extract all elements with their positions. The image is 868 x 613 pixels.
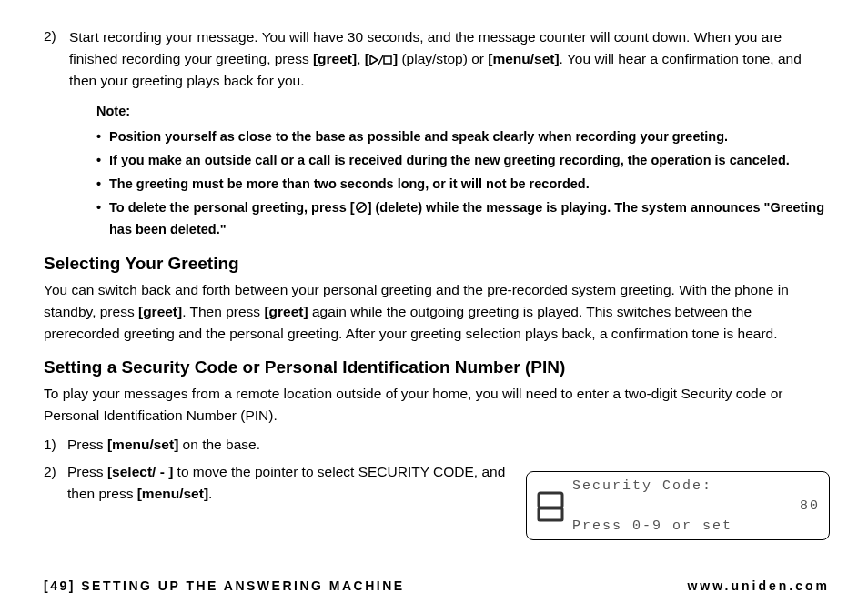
svg-rect-5 <box>539 508 562 520</box>
greet-key: [greet] <box>264 304 308 319</box>
note-item: The greeting must be more than two secon… <box>96 174 830 196</box>
footer-left: [49] SETTING UP THE ANSWERING MACHINE <box>44 578 405 593</box>
step-1: 1) Press [menu/set] on the base. <box>44 434 830 456</box>
text: (play/stop) or <box>398 51 488 66</box>
paragraph: You can switch back and forth between yo… <box>44 279 830 345</box>
text: on the base. <box>178 437 260 452</box>
greet-key: [greet] <box>138 304 182 319</box>
step-2: 2) Start recording your message. You wil… <box>44 25 830 92</box>
footer-url: www.uniden.com <box>687 578 830 593</box>
text: To delete the personal greeting, press [ <box>109 200 355 215</box>
lcd-line-2: 80 <box>572 497 820 517</box>
menuset-key: [menu/set] <box>107 437 178 452</box>
text: . Then press <box>182 304 264 319</box>
lcd-line-3: Press 0-9 or set <box>572 517 820 537</box>
play-stop-icon <box>369 55 393 65</box>
greet-key: [greet] <box>313 51 357 66</box>
heading-selecting-greeting: Selecting Your Greeting <box>44 254 830 274</box>
select-key: [select/ - ] <box>107 464 173 479</box>
svg-rect-4 <box>539 493 562 507</box>
heading-security-code: Setting a Security Code or Personal Iden… <box>44 357 830 377</box>
text: Press <box>67 464 107 479</box>
paragraph: To play your messages from a remote loca… <box>44 383 830 427</box>
lcd-lines: Security Code: 80 Press 0-9 or set <box>572 477 820 536</box>
svg-line-3 <box>358 204 365 211</box>
page-footer: [49] SETTING UP THE ANSWERING MACHINE ww… <box>44 578 830 593</box>
note-item: To delete the personal greeting, press [… <box>96 197 830 241</box>
svg-rect-1 <box>384 56 391 64</box>
lcd-display: Security Code: 80 Press 0-9 or set <box>526 471 830 540</box>
step-number: 1) <box>44 434 67 456</box>
note-list: Position yourself as close to the base a… <box>96 126 830 241</box>
menuset-key: [menu/set] <box>488 51 559 66</box>
svg-line-0 <box>378 55 383 65</box>
delete-icon <box>355 201 368 214</box>
text: Press <box>67 437 107 452</box>
step-text: Press [select/ - ] to move the pointer t… <box>67 461 531 505</box>
manual-page: 2) Start recording your message. You wil… <box>0 0 868 613</box>
text: , <box>357 51 365 66</box>
step-text: Press [menu/set] on the base. <box>67 434 531 456</box>
note-item: Position yourself as close to the base a… <box>96 126 830 148</box>
note-title: Note: <box>96 101 830 123</box>
note-block: Note: Position yourself as close to the … <box>96 101 830 241</box>
text: . <box>208 486 212 501</box>
menuset-key: [menu/set] <box>137 486 208 501</box>
step-body: Start recording your message. You will h… <box>69 26 830 92</box>
answering-machine-icon <box>536 490 565 523</box>
step-number: 2) <box>44 461 67 505</box>
step-number: 2) <box>44 25 66 47</box>
lcd-line-1: Security Code: <box>572 477 820 497</box>
note-item: If you make an outside call or a call is… <box>96 150 830 172</box>
